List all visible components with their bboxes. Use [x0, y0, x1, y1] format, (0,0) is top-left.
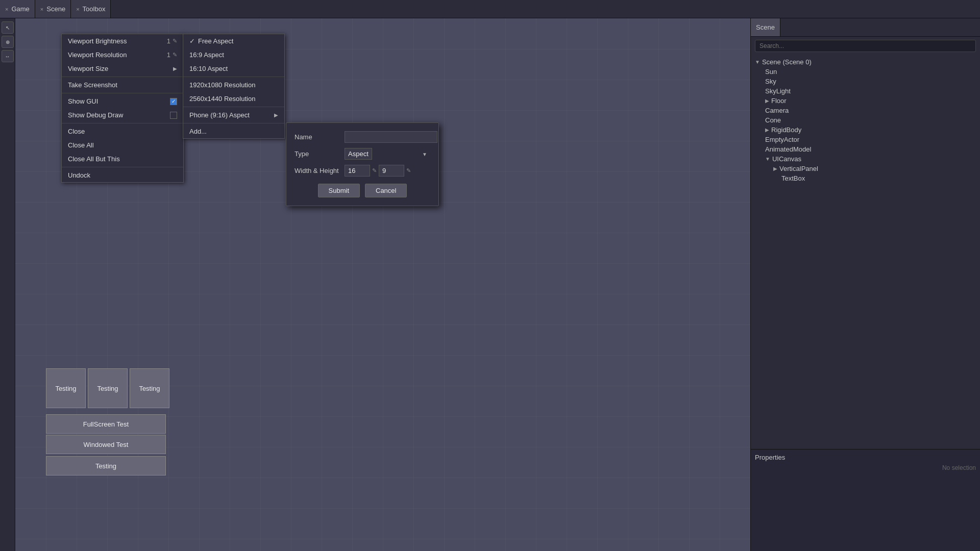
dialog-submit-button[interactable]: Submit	[318, 184, 360, 197]
dialog-name-input[interactable]	[345, 131, 437, 143]
submenu-item-169-aspect[interactable]: 16:9 Aspect	[183, 48, 284, 62]
toolbar-move-btn[interactable]: ↔	[2, 50, 14, 62]
scene-root-item[interactable]: ▼ Scene (Scene 0)	[751, 57, 980, 67]
animatedmodel-label: AnimatedModel	[765, 145, 811, 153]
submenu-item-phone-916[interactable]: Phone (9:16) Aspect ▶	[183, 108, 284, 122]
menu-item-viewport-brightness[interactable]: Viewport Brightness 1 ✎	[62, 34, 183, 48]
viewport-resolution-label: Viewport Resolution	[68, 51, 127, 59]
dialog-type-select[interactable]: Aspect	[345, 148, 372, 160]
uicanvas-label: UICanvas	[772, 155, 801, 163]
testing-bottom-button[interactable]: Testing	[46, 456, 166, 475]
game-tab[interactable]: × Game	[0, 0, 35, 18]
show-debug-draw-checkbox[interactable]	[170, 112, 177, 119]
submenu-separator-1	[183, 77, 284, 77]
uicanvas-arrow: ▼	[765, 156, 770, 162]
top-bar: × Game × Scene × Toolbox	[0, 0, 980, 18]
menu-item-close[interactable]: Close	[62, 124, 183, 138]
menu-item-undock[interactable]: Undock	[62, 168, 183, 182]
menu-separator-3	[62, 123, 183, 123]
submenu-item-2560x1440[interactable]: 2560x1440 Resolution	[183, 92, 284, 106]
fullscreen-test-button[interactable]: FullScreen Test	[46, 414, 166, 434]
close-all-but-this-label: Close All But This	[68, 155, 120, 163]
menu-item-show-debug-draw[interactable]: Show Debug Draw	[62, 108, 183, 122]
floor-label: Floor	[771, 97, 787, 105]
windowed-test-button[interactable]: Windowed Test	[46, 435, 166, 454]
submenu-separator-2	[183, 107, 284, 107]
add-label: Add...	[189, 128, 207, 135]
submenu-separator-3	[183, 123, 284, 123]
dialog-width-input[interactable]	[345, 165, 370, 177]
floor-arrow: ▶	[765, 98, 769, 104]
game-tab-close-icon[interactable]: ×	[5, 6, 8, 12]
take-screenshot-label: Take Screenshot	[68, 81, 117, 89]
169-aspect-label: 16:9 Aspect	[189, 51, 224, 59]
scene-tab-close-icon[interactable]: ×	[40, 6, 43, 12]
dialog-height-input[interactable]	[379, 165, 404, 177]
toolbar-transform-btn[interactable]: ⊕	[2, 36, 14, 48]
viewport-brightness-edit-icon[interactable]: ✎	[173, 38, 177, 44]
close-label: Close	[68, 128, 85, 135]
scene-tab-label: Scene	[46, 5, 65, 13]
submenu-item-free-aspect[interactable]: ✓ Free Aspect	[183, 34, 284, 48]
menu-separator-4	[62, 167, 183, 167]
scene-search-input[interactable]	[755, 40, 976, 52]
free-aspect-checkmark: ✓	[189, 37, 195, 45]
dialog-type-label: Type	[295, 150, 340, 158]
dialog-cancel-button[interactable]: Cancel	[365, 184, 407, 197]
tree-item-emptyactor[interactable]: EmptyActor	[751, 135, 980, 144]
toolbox-tab-label: Toolbox	[83, 5, 106, 13]
menu-item-close-all-but-this[interactable]: Close All But This	[62, 152, 183, 166]
viewport-resolution-value: 1	[167, 51, 170, 59]
tree-item-textbox[interactable]: TextBox	[751, 173, 980, 183]
scene-root-arrow: ▼	[755, 59, 760, 65]
test-button-2[interactable]: Testing	[88, 368, 128, 408]
toolbar-select-btn[interactable]: ↖	[2, 21, 14, 34]
tree-item-cone[interactable]: Cone	[751, 115, 980, 125]
test-buttons-row: Testing Testing Testing	[46, 368, 169, 408]
tree-item-skylight[interactable]: SkyLight	[751, 86, 980, 96]
tree-item-sky[interactable]: Sky	[751, 77, 980, 86]
2560x1440-label: 2560x1440 Resolution	[189, 95, 255, 103]
tree-item-camera[interactable]: Camera	[751, 106, 980, 115]
menu-item-show-gui[interactable]: Show GUI ✓	[62, 94, 183, 108]
tree-item-uicanvas[interactable]: ▼ UICanvas	[751, 154, 980, 164]
viewport-brightness-value: 1	[167, 37, 170, 45]
tree-item-verticalpanel[interactable]: ▶ VerticalPanel	[751, 164, 980, 173]
submenu-item-1610-aspect[interactable]: 16:10 Aspect	[183, 62, 284, 76]
menu-item-viewport-size[interactable]: Viewport Size ▶	[62, 62, 183, 76]
rigidbody-arrow: ▶	[765, 127, 769, 133]
tree-item-animatedmodel[interactable]: AnimatedModel	[751, 144, 980, 154]
tree-item-floor[interactable]: ▶ Floor	[751, 96, 980, 106]
properties-title: Properties	[755, 454, 976, 461]
properties-panel: Properties No selection	[751, 449, 980, 551]
menu-item-close-all[interactable]: Close All	[62, 138, 183, 152]
phone-916-expand-icon: ▶	[274, 112, 278, 118]
show-gui-checkbox[interactable]: ✓	[170, 98, 177, 105]
viewport-size-label: Viewport Size	[68, 65, 108, 72]
undock-label: Undock	[68, 171, 90, 179]
submenu-item-980x551[interactable]: 980x551 Resolution	[183, 78, 284, 92]
dialog-name-label: Name	[295, 133, 340, 141]
dialog-wh-row: Width & Height ✎ ✎	[295, 165, 430, 177]
tree-item-sun[interactable]: Sun	[751, 67, 980, 77]
test-button-1[interactable]: Testing	[46, 368, 86, 408]
menu-item-take-screenshot[interactable]: Take Screenshot	[62, 78, 183, 92]
height-edit-icon[interactable]: ✎	[406, 167, 411, 174]
toolbox-tab[interactable]: × Toolbox	[71, 0, 111, 18]
toolbox-tab-close-icon[interactable]: ×	[76, 6, 79, 12]
cone-label: Cone	[765, 116, 781, 124]
viewport-size-expand-icon: ▶	[173, 66, 177, 71]
phone-916-label: Phone (9:16) Aspect	[189, 111, 250, 119]
submenu-item-add[interactable]: Add...	[183, 124, 284, 138]
scene-tab[interactable]: × Scene	[35, 0, 71, 18]
aspect-dialog: Name Type Aspect ▼ Width & Height ✎ ✎ Su…	[286, 122, 439, 206]
width-edit-icon[interactable]: ✎	[372, 167, 377, 174]
dialog-buttons: Submit Cancel	[295, 184, 430, 197]
verticalpanel-arrow: ▶	[773, 166, 777, 171]
tree-item-rigidbody[interactable]: ▶ RigidBody	[751, 125, 980, 135]
free-aspect-label: Free Aspect	[198, 37, 233, 45]
menu-item-viewport-resolution[interactable]: Viewport Resolution 1 ✎	[62, 48, 183, 62]
viewport-resolution-edit-icon[interactable]: ✎	[173, 52, 177, 58]
test-button-3[interactable]: Testing	[130, 368, 169, 408]
scene-tab-right[interactable]: Scene	[751, 18, 780, 36]
